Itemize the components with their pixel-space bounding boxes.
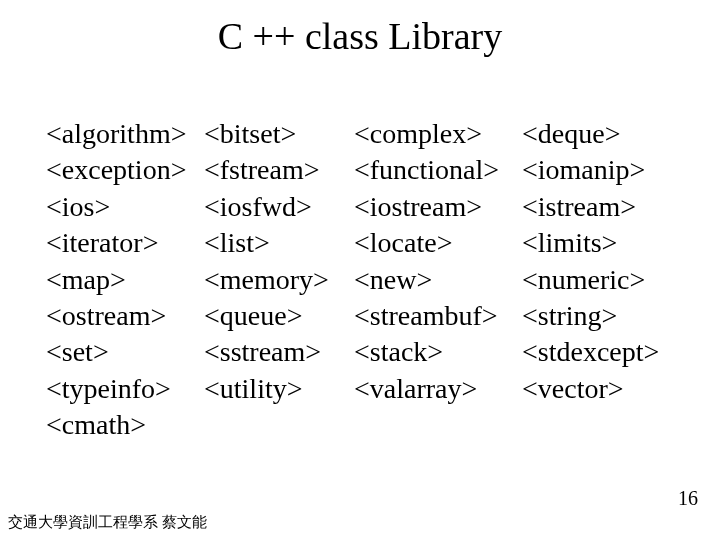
cell: <valarray> (354, 371, 522, 407)
cell: <stdexcept> (522, 334, 659, 370)
cell: <functional> (354, 152, 522, 188)
cell: <list> (204, 225, 354, 261)
table-row: <exception> <fstream> <functional> <ioma… (46, 152, 686, 188)
cell: <vector> (522, 371, 624, 407)
cell: <set> (46, 334, 204, 370)
slide: C ++ class Library <algorithm> <bitset> … (0, 0, 720, 540)
table-row: <cmath> (46, 407, 686, 443)
table-row: <typeinfo> <utility> <valarray> <vector> (46, 371, 686, 407)
cell: <utility> (204, 371, 354, 407)
cell: <bitset> (204, 116, 354, 152)
cell (354, 407, 522, 443)
cell: <streambuf> (354, 298, 522, 334)
cell: <fstream> (204, 152, 354, 188)
page-title: C ++ class Library (0, 14, 720, 58)
cell: <queue> (204, 298, 354, 334)
table-row: <set> <sstream> <stack> <stdexcept> (46, 334, 686, 370)
cell: <iostream> (354, 189, 522, 225)
cell: <exception> (46, 152, 204, 188)
cell: <complex> (354, 116, 522, 152)
cell (204, 407, 354, 443)
cell: <sstream> (204, 334, 354, 370)
cell: <new> (354, 262, 522, 298)
table-row: <iterator> <list> <locate> <limits> (46, 225, 686, 261)
cell: <deque> (522, 116, 620, 152)
cell: <typeinfo> (46, 371, 204, 407)
cell: <istream> (522, 189, 636, 225)
cell: <iomanip> (522, 152, 645, 188)
cell: <memory> (204, 262, 354, 298)
cell: <ios> (46, 189, 204, 225)
cell: <string> (522, 298, 617, 334)
cell: <stack> (354, 334, 522, 370)
cell: <locate> (354, 225, 522, 261)
cell: <iterator> (46, 225, 204, 261)
cell: <cmath> (46, 407, 204, 443)
table-row: <ios> <iosfwd> <iostream> <istream> (46, 189, 686, 225)
cell: <ostream> (46, 298, 204, 334)
footer-text: 交通大學資訓工程學系 蔡文能 (8, 513, 207, 532)
table-row: <ostream> <queue> <streambuf> <string> (46, 298, 686, 334)
cell: <algorithm> (46, 116, 204, 152)
cell: <map> (46, 262, 204, 298)
cell: <numeric> (522, 262, 645, 298)
cell: <iosfwd> (204, 189, 354, 225)
page-number: 16 (678, 487, 698, 510)
table-row: <algorithm> <bitset> <complex> <deque> (46, 116, 686, 152)
header-table: <algorithm> <bitset> <complex> <deque> <… (46, 116, 686, 444)
cell: <limits> (522, 225, 617, 261)
table-row: <map> <memory> <new> <numeric> (46, 262, 686, 298)
